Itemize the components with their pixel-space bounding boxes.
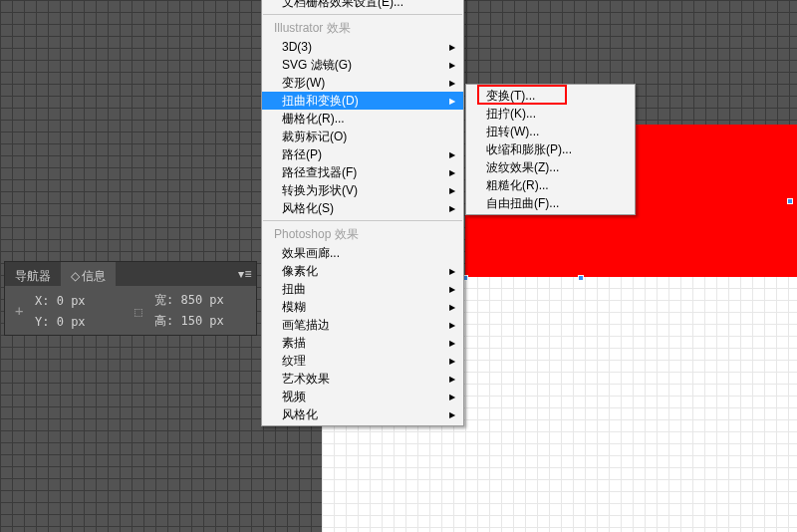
h-value: 150 px — [180, 314, 223, 328]
menu-item-illustrator-2[interactable]: 变形(W) — [262, 74, 463, 92]
submenu-item-5[interactable]: 粗糙化(R)... — [466, 176, 635, 194]
menu-item-illustrator-9[interactable]: 风格化(S) — [262, 199, 463, 217]
menu-item-illustrator-7[interactable]: 路径查找器(F) — [262, 163, 463, 181]
menu-item-illustrator-4[interactable]: 栅格化(R)... — [262, 110, 463, 128]
crosshair-icon: + — [15, 303, 35, 319]
menu-item-photoshop-4[interactable]: 画笔描边 — [262, 316, 463, 334]
w-label: 宽: — [154, 293, 173, 307]
submenu-item-1[interactable]: 扭拧(K)... — [466, 105, 635, 123]
menu-item-photoshop-9[interactable]: 风格化 — [262, 405, 463, 423]
panel-menu-icon[interactable]: ▾≡ — [234, 262, 256, 286]
menu-item-photoshop-0[interactable]: 效果画廊... — [262, 244, 463, 262]
menu-item-illustrator-1[interactable]: SVG 滤镜(G) — [262, 56, 463, 74]
menu-header-illustrator: Illustrator 效果 — [262, 18, 463, 38]
menu-separator — [263, 14, 462, 15]
menu-item-doc-raster-settings[interactable]: 文档栅格效果设置(E)... — [262, 0, 463, 11]
submenu-item-3[interactable]: 收缩和膨胀(P)... — [466, 140, 635, 158]
selection-handle[interactable] — [787, 198, 793, 204]
submenu-item-0[interactable]: 变换(T)... — [466, 87, 635, 105]
effects-menu: 文档栅格效果设置(E)... Illustrator 效果 3D(3)SVG 滤… — [261, 0, 464, 426]
info-panel-tabs: 导航器 ◇信息 ▾≡ — [5, 262, 256, 286]
menu-item-photoshop-7[interactable]: 艺术效果 — [262, 370, 463, 388]
dimensions-icon: ⬚ — [134, 304, 154, 319]
menu-separator — [263, 220, 462, 221]
menu-item-photoshop-5[interactable]: 素描 — [262, 334, 463, 352]
info-panel: 导航器 ◇信息 ▾≡ + X: 0 px ⬚ 宽: 850 px Y: 0 px… — [4, 261, 257, 336]
menu-item-photoshop-8[interactable]: 视频 — [262, 388, 463, 405]
submenu-item-6[interactable]: 自由扭曲(F)... — [466, 194, 635, 212]
menu-item-photoshop-6[interactable]: 纹理 — [262, 352, 463, 370]
menu-header-photoshop: Photoshop 效果 — [262, 224, 463, 244]
x-label: X: — [35, 294, 49, 308]
menu-item-photoshop-3[interactable]: 模糊 — [262, 298, 463, 316]
menu-item-illustrator-0[interactable]: 3D(3) — [262, 38, 463, 56]
submenu-item-2[interactable]: 扭转(W)... — [466, 123, 635, 140]
w-value: 850 px — [180, 293, 223, 307]
menu-item-illustrator-8[interactable]: 转换为形状(V) — [262, 181, 463, 199]
selection-handle[interactable] — [578, 275, 584, 281]
x-value: 0 px — [57, 294, 86, 308]
menu-item-illustrator-3[interactable]: 扭曲和变换(D) — [262, 92, 463, 110]
tab-navigator[interactable]: 导航器 — [5, 262, 61, 286]
menu-item-illustrator-6[interactable]: 路径(P) — [262, 145, 463, 163]
y-value: 0 px — [57, 315, 86, 329]
menu-item-photoshop-1[interactable]: 像素化 — [262, 262, 463, 280]
distort-transform-submenu: 变换(T)...扭拧(K)...扭转(W)...收缩和膨胀(P)...波纹效果(… — [465, 84, 636, 215]
h-label: 高: — [154, 314, 173, 328]
tab-info-label: 信息 — [82, 268, 106, 285]
submenu-item-4[interactable]: 波纹效果(Z)... — [466, 158, 635, 176]
menu-item-illustrator-5[interactable]: 裁剪标记(O) — [262, 128, 463, 145]
y-label: Y: — [35, 315, 49, 329]
menu-item-photoshop-2[interactable]: 扭曲 — [262, 280, 463, 298]
info-panel-body: + X: 0 px ⬚ 宽: 850 px Y: 0 px 高: 150 px — [5, 286, 256, 336]
tab-info[interactable]: ◇信息 — [61, 262, 116, 286]
